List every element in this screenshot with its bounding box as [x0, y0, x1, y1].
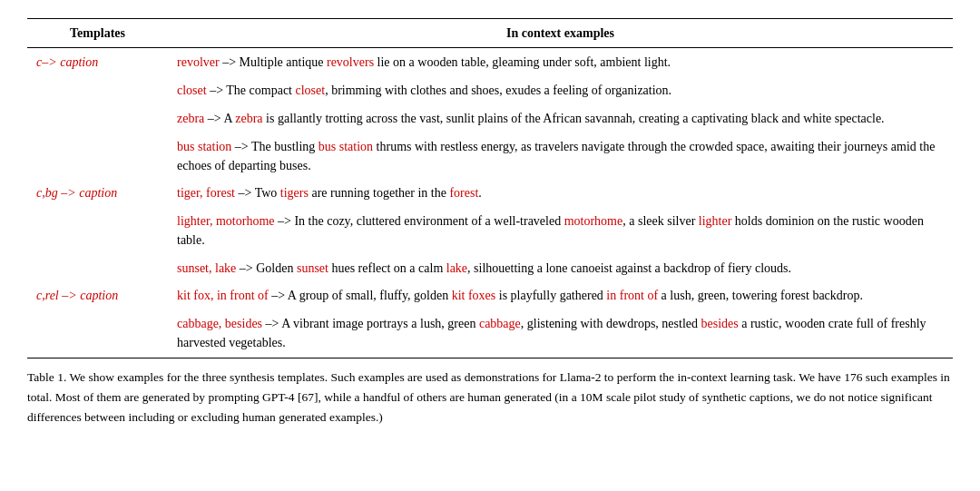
section2-row1: c,bg –> caption tiger, forest –> Two tig… — [27, 180, 953, 207]
table-footer-row: Table 1. We show examples for the three … — [27, 358, 953, 432]
example-row-1-2: closet –> The compact closet, brimming w… — [168, 76, 953, 104]
header-templates: Templates — [27, 19, 168, 48]
keyword-lake: lake — [446, 261, 467, 275]
keyword-bus-station: bus station — [177, 140, 231, 153]
keyword-tiger-forest: tiger, forest — [177, 186, 235, 200]
template-1-text: c–> caption — [36, 55, 98, 69]
caption-text: Table 1. We show examples for the three … — [27, 370, 950, 424]
keyword-closet: closet — [177, 83, 207, 97]
header-examples: In context examples — [168, 19, 953, 48]
keyword-lighter: lighter — [699, 214, 732, 228]
keyword-kit-fox-front: kit fox, in front of — [177, 289, 269, 302]
template-label-3: c,rel –> caption — [27, 282, 168, 309]
keyword-bus-station2: bus station — [318, 140, 373, 153]
section3-row1: c,rel –> caption kit fox, in front of –>… — [27, 282, 953, 309]
section2-row2: lighter, motorhome –> In the cozy, clutt… — [27, 207, 953, 254]
example-row-2-1: tiger, forest –> Two tigers are running … — [168, 180, 953, 207]
keyword-closet2: closet — [296, 83, 326, 97]
example-row-2-2: lighter, motorhome –> In the cozy, clutt… — [168, 207, 953, 254]
template-empty-2 — [27, 104, 168, 133]
section3-row2: cabbage, besides –> A vibrant image port… — [27, 309, 953, 358]
keyword-cabbage: cabbage — [479, 317, 521, 330]
section1-row4: bus station –> The bustling bus station … — [27, 133, 953, 180]
example-row-1-3: zebra –> A zebra is gallantly trotting a… — [168, 104, 953, 133]
template-empty-1 — [27, 76, 168, 104]
keyword-motorhome: motorhome — [564, 214, 623, 228]
template-empty-5 — [27, 254, 168, 282]
keyword-zebra2: zebra — [235, 112, 262, 125]
keyword-forest: forest — [449, 186, 478, 200]
template-2-text: c,bg –> caption — [36, 186, 117, 200]
template-empty-3 — [27, 133, 168, 180]
keyword-cabbage-besides: cabbage, besides — [177, 317, 262, 330]
example-row-1-4: bus station –> The bustling bus station … — [168, 133, 953, 180]
keyword-sunset: sunset — [297, 261, 328, 275]
example-row-1-1: revolver –> Multiple antique revolvers l… — [168, 48, 953, 77]
table-caption: Table 1. We show examples for the three … — [27, 358, 953, 432]
section1-row3: zebra –> A zebra is gallantly trotting a… — [27, 104, 953, 133]
example-row-3-2: cabbage, besides –> A vibrant image port… — [168, 309, 953, 358]
keyword-revolvers: revolvers — [327, 55, 374, 69]
section1-row1: c–> caption revolver –> Multiple antique… — [27, 48, 953, 77]
keyword-kit-foxes: kit foxes — [452, 289, 496, 302]
keyword-lighter-motorhome: lighter, motorhome — [177, 214, 275, 228]
example-row-2-3: sunset, lake –> Golden sunset hues refle… — [168, 254, 953, 282]
template-3-text: c,rel –> caption — [36, 289, 118, 302]
keyword-zebra: zebra — [177, 112, 204, 125]
main-table: Templates In context examples c–> captio… — [27, 18, 953, 432]
keyword-besides: besides — [701, 317, 738, 330]
template-empty-6 — [27, 309, 168, 358]
template-empty-4 — [27, 207, 168, 254]
keyword-revolver: revolver — [177, 55, 220, 69]
keyword-sunset-lake: sunset, lake — [177, 261, 236, 275]
section1-row2: closet –> The compact closet, brimming w… — [27, 76, 953, 104]
template-label-1: c–> caption — [27, 48, 168, 77]
keyword-tigers: tigers — [280, 186, 309, 200]
example-row-3-1: kit fox, in front of –> A group of small… — [168, 282, 953, 309]
keyword-in-front-of: in front of — [606, 289, 658, 302]
section2-row3: sunset, lake –> Golden sunset hues refle… — [27, 254, 953, 282]
template-label-2: c,bg –> caption — [27, 180, 168, 207]
